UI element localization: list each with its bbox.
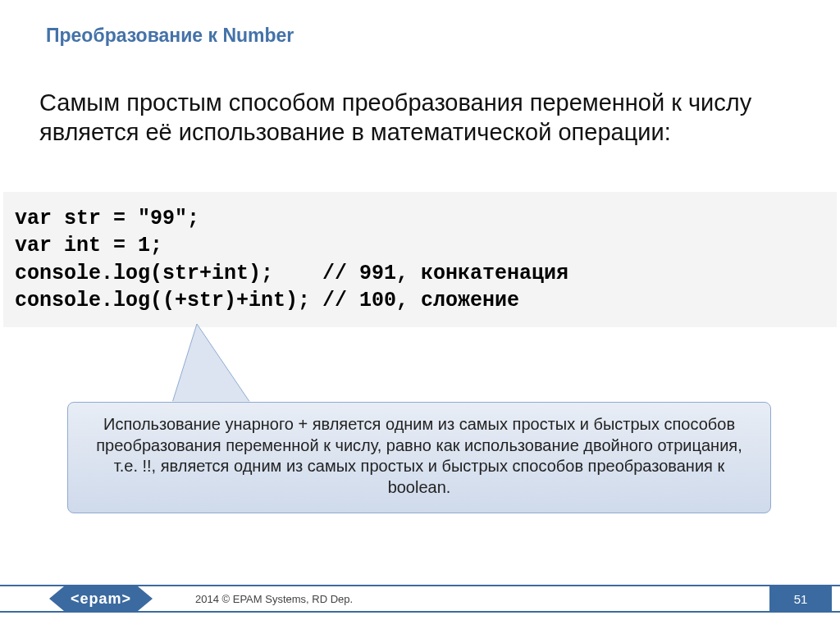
epam-logo: <epam> — [64, 586, 138, 611]
callout-box: Использование унарного + является одним … — [67, 402, 771, 513]
page-number: 51 — [769, 586, 832, 611]
slide-title: Преобразование к Number — [46, 25, 294, 47]
code-line: var str = "99"; — [15, 207, 199, 230]
code-line: var int = 1; — [15, 234, 162, 258]
slide-body-text: Самым простым способом преобразования пе… — [39, 89, 786, 147]
footer: <epam> 2014 © EPAM Systems, RD Dep. 51 — [0, 585, 840, 613]
logo-text: <epam> — [71, 590, 131, 608]
divider — [0, 611, 840, 613]
code-block: var str = "99"; var int = 1; console.log… — [3, 192, 837, 327]
code-line: console.log(str+int); // 991, конкатенац… — [15, 262, 568, 285]
code-line: console.log((+str)+int); // 100, сложени… — [15, 289, 519, 312]
callout: Использование унарного + является одним … — [67, 324, 773, 541]
svg-marker-0 — [172, 324, 250, 403]
callout-pointer-icon — [172, 324, 271, 414]
slide: Преобразование к Number Самым простым сп… — [0, 0, 840, 629]
copyright-text: 2014 © EPAM Systems, RD Dep. — [195, 585, 353, 613]
